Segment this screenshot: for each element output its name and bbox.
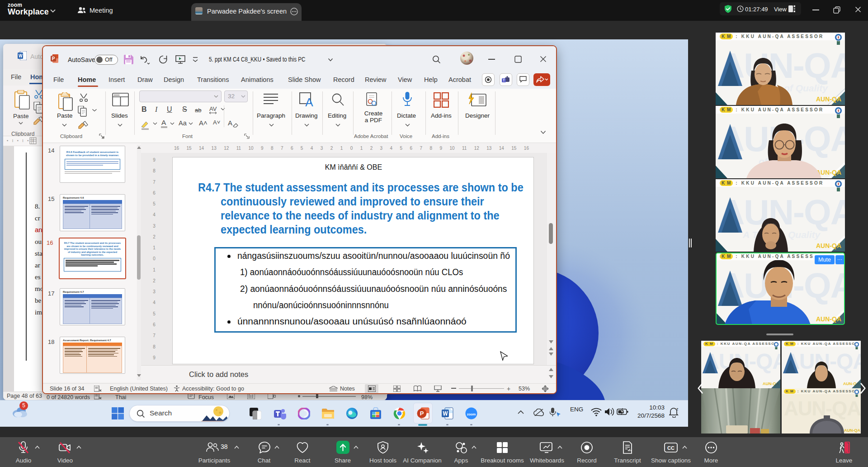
svg-text:AUN-QA: AUN-QA: [816, 95, 841, 103]
svg-text:z: z: [676, 407, 679, 411]
svg-text:AUN-QA: AUN-QA: [816, 315, 841, 323]
svg-text:A: A: [305, 95, 313, 108]
svg-text:P: P: [52, 56, 55, 61]
svg-text:AUN-QA: AUN-QA: [816, 242, 841, 249]
svg-text:zoom: zoom: [467, 412, 476, 416]
svg-text:CC: CC: [667, 445, 675, 451]
svg-text:Quality: Quality: [788, 229, 821, 240]
svg-text:P: P: [420, 410, 424, 417]
svg-text:AUN-QA: AUN-QA: [784, 397, 861, 419]
svg-text:AUN-QA: AUN-QA: [844, 428, 860, 433]
